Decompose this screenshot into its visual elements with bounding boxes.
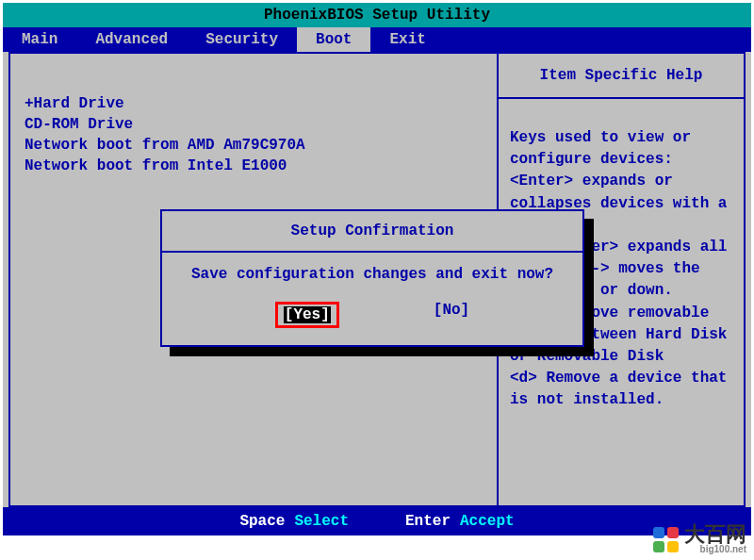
title-bar: PhoenixBIOS Setup Utility (3, 3, 751, 27)
menu-bar: Main Advanced Security Boot Exit (3, 27, 751, 52)
dialog-title: Setup Confirmation (162, 211, 582, 253)
boot-list: +Removable Devices +Hard Drive CD-ROM Dr… (25, 73, 483, 176)
yes-button[interactable]: [Yes] (284, 306, 331, 323)
confirmation-dialog: Setup Confirmation Save configuration ch… (160, 209, 584, 347)
boot-item-removable[interactable]: +Removable Devices (25, 73, 483, 93)
watermark: 大百网 big100.net (653, 524, 746, 554)
boot-item-hard-drive[interactable]: +Hard Drive (25, 93, 483, 114)
dialog-message: Save configuration changes and exit now? (173, 266, 571, 283)
boot-item-cdrom[interactable]: CD-ROM Drive (25, 114, 483, 135)
footer: Space Select Enter Accept (3, 507, 751, 535)
app-title: PhoenixBIOS Setup Utility (264, 7, 490, 24)
yes-highlight: [Yes] (275, 302, 339, 328)
menu-main[interactable]: Main (3, 27, 76, 52)
dialog-body: Save configuration changes and exit now?… (162, 253, 582, 345)
watermark-text: 大百网 big100.net (684, 524, 746, 554)
boot-item-net-amd[interactable]: Network boot from AMD Am79C970A (25, 135, 483, 156)
menu-security[interactable]: Security (187, 27, 297, 52)
footer-label-select: Select (294, 513, 349, 530)
footer-enter: Enter Accept (405, 513, 515, 530)
boot-item-net-intel[interactable]: Network boot from Intel E1000 (25, 156, 483, 176)
help-title: Item Specific Help (499, 54, 744, 99)
footer-space: Space Select (239, 513, 349, 530)
footer-key-enter: Enter (405, 513, 451, 530)
menu-advanced[interactable]: Advanced (76, 27, 187, 52)
dialog-buttons: [Yes] [No] (173, 302, 571, 328)
watermark-sub: big100.net (684, 545, 746, 554)
footer-label-accept: Accept (460, 513, 515, 530)
watermark-logo-icon (653, 527, 679, 552)
footer-key-space: Space (239, 513, 285, 530)
menu-exit[interactable]: Exit (370, 27, 444, 52)
no-button[interactable]: [No] (434, 302, 469, 328)
menu-boot[interactable]: Boot (297, 27, 370, 52)
watermark-main: 大百网 (684, 524, 746, 545)
